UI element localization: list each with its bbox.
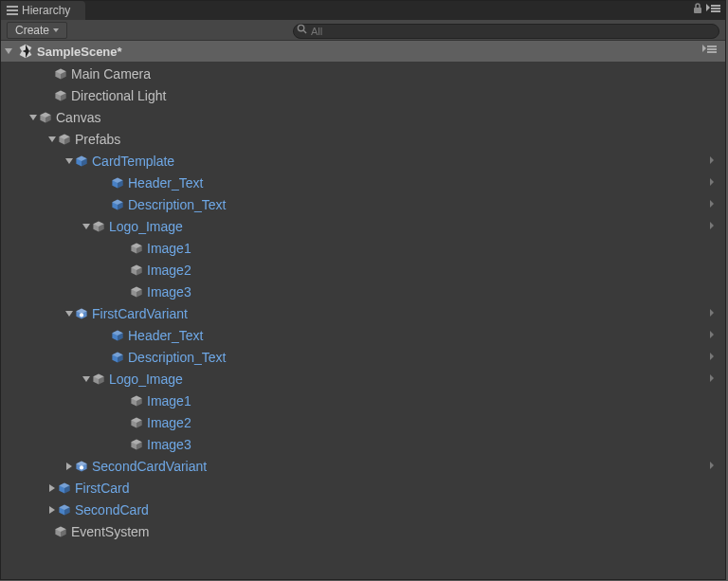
tree-row[interactable]: Image3 (1, 281, 725, 302)
prefab-icon (58, 481, 71, 495)
node-label: Description_Text (128, 350, 227, 365)
chevron-right-icon[interactable] (708, 374, 716, 382)
tree-row[interactable]: Canvas (1, 106, 725, 128)
tree-row[interactable]: Image1 (1, 390, 725, 411)
tree-row[interactable]: FirstCard (1, 477, 725, 499)
hierarchy-panel: Hierarchy Create SampleScene* Main Camer… (0, 0, 726, 580)
node-label: SecondCardVariant (92, 459, 207, 474)
chevron-right-icon[interactable] (708, 462, 716, 469)
tree-row[interactable]: SecondCardVariant (1, 455, 725, 477)
gameobject-icon (130, 263, 143, 277)
gameobject-icon (54, 89, 67, 102)
tree-row[interactable]: Image1 (1, 237, 725, 259)
gameobject-icon (130, 416, 143, 429)
search-input[interactable] (293, 24, 719, 39)
toggle-icon[interactable] (48, 136, 56, 142)
node-label: Logo_Image (109, 219, 183, 234)
node-label: EventSystem (71, 524, 149, 539)
lock-icon[interactable] (693, 3, 702, 14)
node-label: Header_Text (128, 328, 203, 343)
chevron-right-icon[interactable] (708, 331, 716, 338)
chevron-right-icon[interactable] (708, 353, 716, 360)
chevron-right-icon[interactable] (708, 178, 716, 186)
scene-context-menu-icon[interactable] (702, 45, 718, 54)
toggle-icon[interactable] (49, 484, 55, 492)
toggle-icon[interactable] (82, 224, 90, 229)
gameobject-icon (39, 111, 52, 124)
tree-row[interactable]: EventSystem (1, 520, 725, 542)
prefab-icon (111, 198, 124, 211)
search-wrap (293, 22, 719, 39)
gameobject-icon (92, 372, 105, 386)
gameobject-icon (130, 285, 143, 299)
node-label: SecondCard (75, 502, 149, 517)
tree-row[interactable]: FirstCardVariant (1, 302, 725, 324)
node-label: Main Camera (71, 66, 151, 82)
tree-row[interactable]: Directional Light (1, 84, 725, 106)
node-label: Description_Text (128, 197, 227, 212)
gameobject-icon (54, 525, 67, 538)
prefab-icon (75, 154, 88, 168)
scene-header[interactable]: SampleScene* (1, 41, 725, 62)
chevron-right-icon[interactable] (708, 222, 716, 229)
node-label: CardTemplate (92, 154, 174, 169)
hierarchy-tab[interactable]: Hierarchy (1, 1, 85, 20)
prefab-variant-icon (75, 307, 88, 320)
tree-row[interactable]: Logo_Image (1, 215, 725, 237)
toggle-icon[interactable] (5, 48, 12, 54)
toggle-icon[interactable] (65, 158, 73, 164)
prefab-icon (58, 503, 71, 517)
toggle-icon[interactable] (65, 311, 73, 317)
chevron-down-icon (53, 28, 59, 32)
unity-logo-icon (18, 44, 33, 59)
gameobject-icon (92, 220, 105, 233)
node-label: Image1 (147, 241, 191, 256)
node-label: Image2 (147, 263, 191, 278)
prefab-variant-icon (75, 460, 88, 473)
chevron-right-icon[interactable] (708, 309, 716, 317)
node-label: Image1 (147, 393, 191, 409)
tab-label: Hierarchy (22, 4, 70, 17)
tree-row[interactable]: Header_Text (1, 324, 725, 346)
tree-row[interactable]: Header_Text (1, 172, 725, 193)
node-label: Directional Light (71, 88, 166, 103)
tab-bar: Hierarchy (1, 1, 725, 20)
tree-row[interactable]: Prefabs (1, 128, 725, 150)
node-label: Prefabs (75, 132, 120, 147)
tree-row[interactable]: Description_Text (1, 193, 725, 215)
tree-row[interactable]: Image3 (1, 433, 725, 455)
tree-row[interactable]: Image2 (1, 411, 725, 433)
create-label: Create (15, 24, 49, 37)
node-label: Canvas (56, 110, 100, 125)
context-menu-icon[interactable] (706, 4, 721, 13)
gameobject-icon (130, 242, 143, 255)
tree-row[interactable]: Main Camera (1, 63, 725, 84)
gameobject-icon (54, 67, 67, 81)
hierarchy-tree[interactable]: Main CameraDirectional LightCanvasPrefab… (1, 62, 725, 579)
toggle-icon[interactable] (49, 506, 55, 514)
toggle-icon[interactable] (82, 376, 90, 382)
node-label: FirstCard (75, 481, 130, 496)
toggle-icon[interactable] (66, 463, 72, 470)
prefab-icon (111, 351, 124, 364)
tree-row[interactable]: Description_Text (1, 346, 725, 368)
node-label: Image3 (147, 437, 191, 452)
chevron-right-icon[interactable] (708, 200, 716, 208)
tree-row[interactable]: SecondCard (1, 499, 725, 520)
gameobject-icon (130, 394, 143, 408)
list-icon (7, 5, 18, 16)
create-button[interactable]: Create (7, 22, 67, 39)
prefab-icon (111, 176, 124, 190)
toggle-icon[interactable] (29, 115, 37, 120)
gameobject-icon (58, 133, 71, 146)
node-label: FirstCardVariant (92, 306, 188, 321)
tree-row[interactable]: Logo_Image (1, 368, 725, 390)
node-label: Image3 (147, 284, 191, 300)
prefab-icon (111, 329, 124, 342)
tree-row[interactable]: Image2 (1, 259, 725, 281)
node-label: Logo_Image (109, 372, 183, 387)
tree-row[interactable]: CardTemplate (1, 150, 725, 172)
chevron-right-icon[interactable] (708, 156, 716, 164)
node-label: Image2 (147, 415, 191, 430)
node-label: Header_Text (128, 175, 203, 191)
